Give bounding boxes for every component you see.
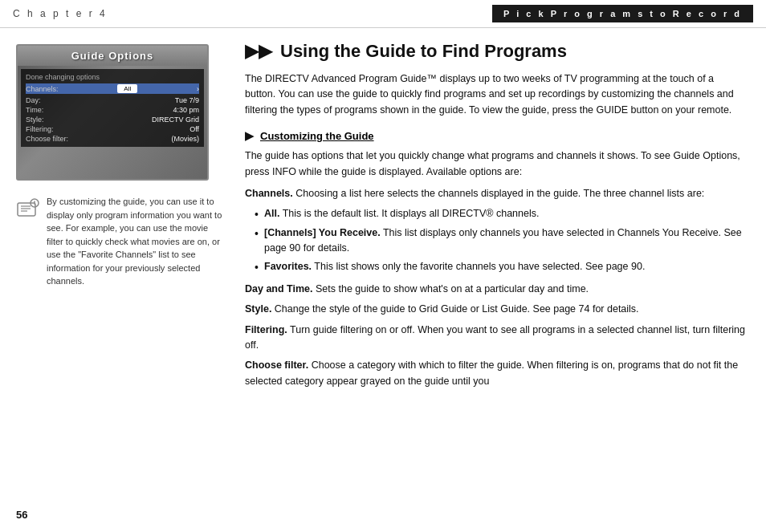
choose-filter-desc: Choose a category with which to filter t… [245,359,738,386]
bullet-favorites-term: Favorites. [264,261,312,272]
bullet-all-text: This is the default list. It displays al… [279,208,539,219]
left-column: Guide Options Done changing options Chan… [0,28,237,531]
page-number: 56 [16,509,27,521]
bullet-receive-term: [Channels] You Receive. [264,227,381,238]
page-header: C h a p t e r 4 P i c k P r o g r a m s … [0,0,766,28]
customizing-section-heading: ▶ Customizing the Guide [245,129,747,142]
day-time-term: Day and Time. [245,283,313,294]
chapter-label: C h a p t e r 4 [13,8,108,19]
guide-row-done: Done changing options [26,72,199,82]
filtering-term: Filtering. [245,324,287,335]
channels-term: Channels. [245,188,293,199]
choose-filter-term: Choose filter. [245,359,308,371]
main-heading-container: ▶▶ Using the Guide to Find Programs [245,41,747,62]
main-content: Guide Options Done changing options Chan… [0,28,766,531]
channels-bullet-list: All. This is the default list. It displa… [245,206,747,275]
day-time-para: Day and Time. Sets the guide to show wha… [245,282,747,297]
filtering-para: Filtering. Turn guide filtering on or of… [245,323,747,354]
section-arrow-icon: ▶ [245,129,254,142]
svg-point-6 [34,204,35,205]
guide-row-channels-highlight: Channels: All › [26,83,199,94]
channels-para: Channels. Choosing a list here selects t… [245,186,747,201]
style-desc: Change the style of the guide to Grid Gu… [271,303,638,315]
bullet-favorites-text: This list shows only the favorite channe… [312,261,645,272]
right-column: ▶▶ Using the Guide to Find Programs The … [237,28,766,531]
guide-options-content: Done changing options Channels: All › Da… [21,69,204,147]
guide-row-filtering: Filtering: Off [26,124,199,134]
bullet-favorites: Favorites. This list shows only the favo… [256,259,747,274]
heading-arrows: ▶▶ [245,43,272,60]
guide-options-screenshot: Guide Options Done changing options Chan… [16,44,209,181]
bullet-all: All. This is the default list. It displa… [256,206,747,221]
style-para: Style. Change the style of the guide to … [245,302,747,317]
section-title-header: P i c k P r o g r a m s t o R e c o r d [492,5,753,22]
choose-filter-para: Choose filter. Choose a category with wh… [245,358,747,389]
tip-icon [16,197,40,221]
intro-paragraph: The DIRECTV Advanced Program Guide™ disp… [245,71,747,118]
customizing-title: Customizing the Guide [260,130,374,142]
main-heading-text: Using the Guide to Find Programs [280,41,567,62]
bullet-all-term: All. [264,208,279,219]
customizing-desc: The guide has options that let you quick… [245,148,747,180]
day-time-desc: Sets the guide to show what's on at a pa… [313,283,589,294]
guide-row-day: Day: Tue 7/9 [26,95,199,105]
guide-row-time: Time: 4:30 pm [26,105,199,115]
style-term: Style. [245,303,271,315]
channels-desc-text: Choosing a list here selects the channel… [293,188,705,199]
guide-row-choose-filter: Choose filter: (Movies) [26,134,199,144]
guide-row-style: Style: DIRECTV Grid [26,115,199,124]
bullet-you-receive: [Channels] You Receive. This list displa… [256,225,747,257]
guide-options-title: Guide Options [18,46,207,66]
filtering-desc: Turn guide filtering on or off. When you… [245,324,745,351]
tip-box: By customizing the guide, you can use it… [16,195,226,288]
svg-rect-0 [18,203,35,216]
tip-text: By customizing the guide, you can use it… [47,195,226,288]
